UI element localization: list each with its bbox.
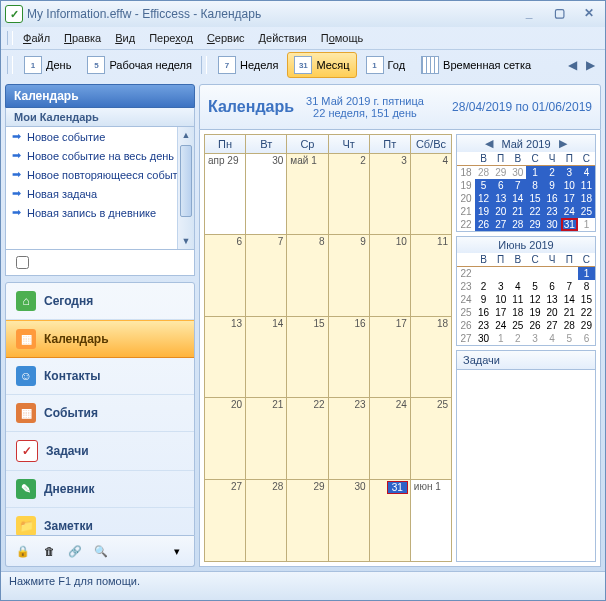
- view-day-button[interactable]: 1 День: [17, 52, 78, 78]
- mini-day[interactable]: 25: [578, 205, 595, 218]
- link-new-allday[interactable]: ➡Новое событие на весь день: [6, 146, 194, 165]
- mini-day[interactable]: 5: [526, 280, 543, 293]
- nav-notes[interactable]: 📁Заметки: [6, 508, 194, 536]
- nav-events[interactable]: ▦События: [6, 395, 194, 432]
- day-cell[interactable]: 27: [205, 480, 246, 561]
- nav-contacts[interactable]: ☺Контакты: [6, 358, 194, 395]
- collapse-checkbox[interactable]: [16, 256, 29, 269]
- day-cell[interactable]: 11: [411, 235, 451, 316]
- link-new-diary[interactable]: ➡Новая запись в дневнике: [6, 203, 194, 222]
- mini-day[interactable]: 3: [561, 166, 578, 179]
- link-new-event[interactable]: ➡Новое событие: [6, 127, 194, 146]
- mini-day[interactable]: 17: [492, 306, 509, 319]
- mini-day[interactable]: 27: [544, 319, 561, 332]
- mini-day[interactable]: 6: [492, 179, 509, 192]
- mini-day[interactable]: 14: [561, 293, 578, 306]
- day-cell[interactable]: 7: [246, 235, 287, 316]
- menu-edit[interactable]: Правка: [58, 30, 107, 46]
- mini-day[interactable]: [509, 267, 526, 280]
- nav-tasks[interactable]: ✓Задачи: [6, 432, 194, 471]
- day-cell[interactable]: 30: [246, 154, 287, 235]
- mini-day[interactable]: 24: [561, 205, 578, 218]
- mini-day[interactable]: 28: [509, 218, 526, 231]
- tool-safe-icon[interactable]: 🔒: [14, 542, 32, 560]
- day-cell[interactable]: 20: [205, 398, 246, 479]
- mini-day[interactable]: 18: [578, 192, 595, 205]
- day-cell[interactable]: 23: [329, 398, 370, 479]
- day-cell[interactable]: 17: [370, 317, 411, 398]
- mini-day[interactable]: 19: [475, 205, 492, 218]
- day-cell[interactable]: 13: [205, 317, 246, 398]
- mini-day[interactable]: 27: [492, 218, 509, 231]
- mini-day[interactable]: 22: [578, 306, 595, 319]
- mini-day[interactable]: 29: [492, 166, 509, 179]
- day-cell[interactable]: 3131: [370, 480, 411, 561]
- mini-day[interactable]: 14: [509, 192, 526, 205]
- mini-prev-button[interactable]: ◀: [481, 137, 497, 150]
- close-button[interactable]: ✕: [577, 6, 601, 22]
- mini-day[interactable]: 13: [544, 293, 561, 306]
- menu-service[interactable]: Сервис: [201, 30, 251, 46]
- mini-day[interactable]: 8: [578, 280, 595, 293]
- mini-day[interactable]: 4: [509, 280, 526, 293]
- view-year-button[interactable]: 1 Год: [359, 52, 413, 78]
- link-new-recurring[interactable]: ➡Новое повторяющееся событие: [6, 165, 194, 184]
- mini-day[interactable]: 8: [526, 179, 543, 192]
- mini-day[interactable]: 26: [475, 218, 492, 231]
- mini-day[interactable]: 7: [509, 179, 526, 192]
- day-cell[interactable]: июн 1: [411, 480, 451, 561]
- day-cell[interactable]: 16: [329, 317, 370, 398]
- day-cell[interactable]: 3: [370, 154, 411, 235]
- day-cell[interactable]: 25: [411, 398, 451, 479]
- nav-calendar[interactable]: ▦Календарь: [6, 320, 194, 358]
- mini-day[interactable]: 1: [526, 166, 543, 179]
- mini-day[interactable]: 26: [526, 319, 543, 332]
- mini-day[interactable]: 30: [544, 218, 561, 231]
- mini-day[interactable]: 2: [544, 166, 561, 179]
- mini-next-button[interactable]: ▶: [555, 137, 571, 150]
- menu-help[interactable]: Помощь: [315, 30, 370, 46]
- day-cell[interactable]: 4: [411, 154, 451, 235]
- mini-day[interactable]: [561, 267, 578, 280]
- mini-day[interactable]: 6: [578, 332, 595, 345]
- mini-day[interactable]: 22: [526, 205, 543, 218]
- mini-day[interactable]: 17: [561, 192, 578, 205]
- day-cell[interactable]: 15: [287, 317, 328, 398]
- mini-day[interactable]: 16: [544, 192, 561, 205]
- mini-day[interactable]: 1: [578, 267, 595, 280]
- mini-day[interactable]: 18: [509, 306, 526, 319]
- mini-day[interactable]: 5: [475, 179, 492, 192]
- view-timegrid-button[interactable]: Временная сетка: [414, 52, 538, 78]
- mini-day[interactable]: 20: [544, 306, 561, 319]
- day-cell[interactable]: 8: [287, 235, 328, 316]
- day-cell[interactable]: 2: [329, 154, 370, 235]
- mini-day[interactable]: 11: [509, 293, 526, 306]
- minimize-button[interactable]: _: [517, 6, 541, 22]
- mini-day[interactable]: 28: [475, 166, 492, 179]
- view-workweek-button[interactable]: 5 Рабочая неделя: [80, 52, 199, 78]
- mini-day[interactable]: 2: [475, 280, 492, 293]
- mini-day[interactable]: 10: [492, 293, 509, 306]
- day-cell[interactable]: 9: [329, 235, 370, 316]
- day-cell[interactable]: апр 29: [205, 154, 246, 235]
- mini-day[interactable]: 15: [578, 293, 595, 306]
- tool-overflow-icon[interactable]: ▾: [168, 542, 186, 560]
- view-week-button[interactable]: 7 Неделя: [211, 52, 285, 78]
- mini-day[interactable]: 12: [526, 293, 543, 306]
- mini-day[interactable]: 30: [475, 332, 492, 345]
- day-cell[interactable]: 21: [246, 398, 287, 479]
- mini-day[interactable]: 19: [526, 306, 543, 319]
- mini-day[interactable]: 30: [509, 166, 526, 179]
- mini-day[interactable]: 24: [492, 319, 509, 332]
- scroll-down-icon[interactable]: ▼: [178, 233, 194, 249]
- mini-day[interactable]: 21: [561, 306, 578, 319]
- collapse-row[interactable]: [5, 250, 195, 276]
- menu-file[interactable]: Файл: [17, 30, 56, 46]
- prev-button[interactable]: ◀: [563, 56, 581, 74]
- mini-day[interactable]: [475, 267, 492, 280]
- mini-day[interactable]: 9: [544, 179, 561, 192]
- maximize-button[interactable]: ▢: [547, 6, 571, 22]
- mini-day[interactable]: 4: [544, 332, 561, 345]
- next-button[interactable]: ▶: [581, 56, 599, 74]
- mini-day[interactable]: 20: [492, 205, 509, 218]
